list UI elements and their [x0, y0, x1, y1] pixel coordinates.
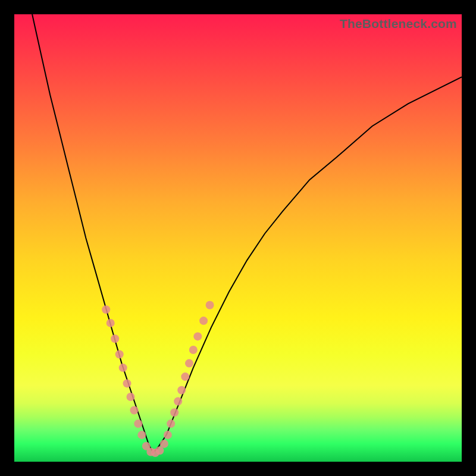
marker-point — [181, 372, 189, 381]
marker-group — [102, 301, 214, 457]
marker-point — [107, 319, 115, 327]
curve-layer — [14, 14, 462, 462]
marker-point — [160, 440, 168, 448]
marker-point — [174, 397, 182, 406]
marker-point — [123, 379, 131, 387]
marker-point — [199, 317, 208, 325]
marker-point — [189, 346, 198, 354]
marker-point — [206, 301, 214, 309]
marker-point — [193, 332, 202, 340]
marker-point — [185, 359, 193, 368]
marker-point — [177, 386, 186, 394]
plot-area: TheBottleneck.com — [14, 14, 462, 462]
marker-point — [127, 393, 135, 401]
marker-point — [119, 364, 127, 372]
marker-point — [115, 350, 124, 359]
marker-point — [134, 419, 142, 428]
marker-point — [111, 334, 119, 343]
marker-point — [137, 431, 146, 439]
chart-frame: TheBottleneck.com — [0, 0, 476, 476]
bottleneck-curve-path — [32, 14, 462, 453]
marker-point — [170, 408, 178, 416]
marker-point — [130, 406, 139, 415]
marker-point — [164, 431, 172, 439]
marker-point — [167, 419, 175, 428]
marker-point — [102, 305, 110, 314]
